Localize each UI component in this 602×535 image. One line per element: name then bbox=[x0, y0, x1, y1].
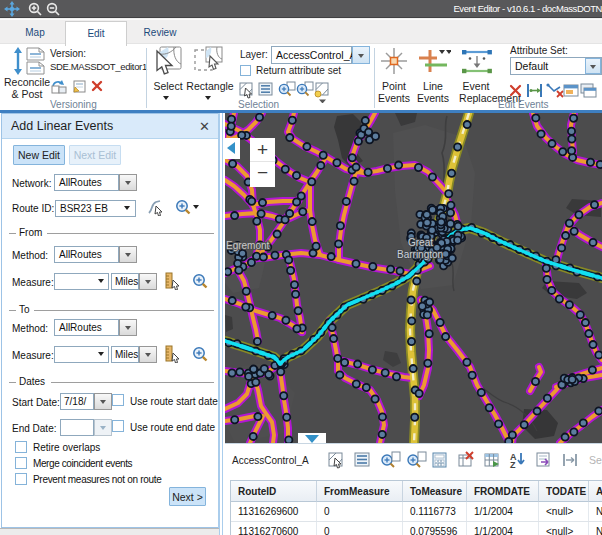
svg-text:Z: Z bbox=[510, 460, 516, 470]
svg-text:Se: Se bbox=[589, 454, 602, 466]
svg-text:Egremont: Egremont bbox=[226, 240, 270, 251]
svg-text:Barrington: Barrington bbox=[397, 249, 443, 260]
svg-text:Great: Great bbox=[408, 237, 433, 248]
